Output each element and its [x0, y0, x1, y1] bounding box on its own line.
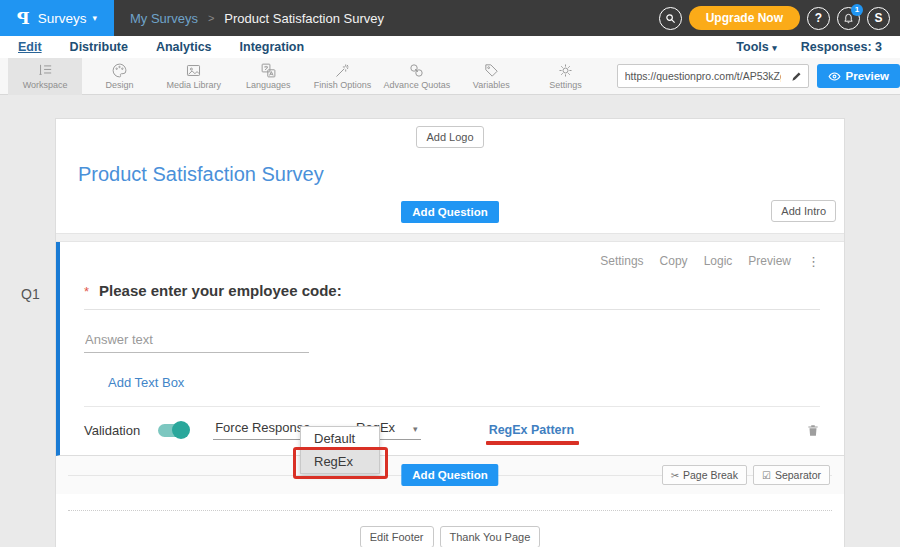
- top-bar: P Surveys ▾ My Surveys > Product Satisfa…: [0, 0, 900, 36]
- page-break-icon: ✂: [671, 470, 679, 481]
- question-text[interactable]: Please enter your employee code:: [99, 282, 342, 299]
- help-icon[interactable]: ?: [807, 7, 830, 30]
- question-settings-link[interactable]: Settings: [600, 254, 643, 268]
- page-break-button[interactable]: ✂ Page Break: [662, 465, 747, 485]
- thank-you-page-button[interactable]: Thank You Page: [440, 526, 541, 547]
- topbar-actions: Upgrade Now ? 1 S: [659, 6, 900, 30]
- surveys-menu[interactable]: Surveys ▾: [38, 11, 97, 26]
- validation-row: Validation Force Response ▾ RegEx ▾ RegE…: [84, 407, 820, 455]
- annotation-red-underline: [486, 441, 579, 445]
- breadcrumb-current-survey: Product Satisfaction Survey: [224, 11, 384, 26]
- tab-distribute[interactable]: Distribute: [70, 40, 128, 54]
- section-divider-strip: [56, 233, 844, 242]
- settings-gear-icon: [557, 62, 574, 79]
- question-text-row: * Please enter your employee code:: [84, 282, 820, 310]
- survey-card: Add Logo Product Satisfaction Survey Add…: [55, 118, 845, 547]
- eye-icon: [828, 70, 841, 83]
- add-question-button-bottom[interactable]: Add Question: [401, 464, 498, 486]
- surveys-menu-label: Surveys: [38, 11, 87, 26]
- advance-quotas-chain-icon: [408, 62, 425, 79]
- question-copy-link[interactable]: Copy: [660, 254, 688, 268]
- edit-footer-button[interactable]: Edit Footer: [360, 526, 434, 547]
- question-number: Q1: [21, 286, 40, 302]
- toolbar-item-variables[interactable]: Variables: [454, 58, 528, 95]
- languages-icon: [260, 62, 277, 79]
- required-asterisk: *: [84, 284, 89, 299]
- survey-header-section: Add Logo Product Satisfaction Survey Add…: [56, 119, 844, 233]
- tools-menu[interactable]: Tools ▾: [736, 40, 776, 54]
- caret-down-icon: ▾: [772, 43, 777, 53]
- caret-down-icon: ▾: [413, 425, 418, 434]
- regex-pattern-link[interactable]: RegEx Pattern: [489, 423, 574, 437]
- validation-type-dropdown: Default RegEx: [300, 426, 380, 474]
- tab-analytics[interactable]: Analytics: [156, 40, 212, 54]
- toolbar-item-finish-options[interactable]: Finish Options: [305, 58, 379, 95]
- dropdown-option-regex[interactable]: RegEx: [301, 450, 379, 473]
- search-icon[interactable]: [659, 7, 682, 30]
- separator-icon: ☑: [762, 470, 771, 481]
- survey-nav: Edit Distribute Analytics Integration To…: [0, 36, 900, 58]
- nav-tabs: Edit Distribute Analytics Integration: [18, 40, 304, 54]
- add-text-box-link[interactable]: Add Text Box: [108, 375, 184, 390]
- responses-link[interactable]: Responses: 3: [801, 40, 882, 54]
- workspace-content: Add Logo Product Satisfaction Survey Add…: [0, 95, 900, 547]
- validation-toggle[interactable]: [158, 424, 188, 437]
- question-block: Q1 Settings Copy Logic Preview ⋮ * Pleas…: [56, 242, 844, 456]
- user-avatar[interactable]: S: [867, 7, 890, 30]
- finish-options-wand-icon: [334, 62, 351, 79]
- validation-label: Validation: [84, 423, 140, 438]
- upgrade-now-button[interactable]: Upgrade Now: [689, 6, 800, 30]
- preview-button[interactable]: Preview: [817, 64, 900, 88]
- nav-right: Tools ▾ Responses: 3: [736, 40, 882, 54]
- toolbar-item-advance-quotas[interactable]: Advance Quotas: [380, 58, 454, 95]
- survey-title[interactable]: Product Satisfaction Survey: [78, 163, 844, 186]
- media-image-icon: [185, 62, 202, 79]
- notifications-bell-icon[interactable]: 1: [837, 7, 860, 30]
- toolbar-item-media-library[interactable]: Media Library: [157, 58, 231, 95]
- notification-count-badge: 1: [851, 4, 863, 16]
- tab-integration[interactable]: Integration: [240, 40, 305, 54]
- toolbar-item-languages[interactable]: Languages: [231, 58, 305, 95]
- delete-question-trash-icon[interactable]: [806, 423, 820, 438]
- breadcrumb: My Surveys > Product Satisfaction Survey: [130, 11, 384, 26]
- variables-tag-icon: [483, 62, 500, 79]
- question-preview-link[interactable]: Preview: [748, 254, 791, 268]
- answer-text-input[interactable]: [84, 332, 309, 353]
- breadcrumb-my-surveys[interactable]: My Surveys: [130, 11, 198, 26]
- question-logic-link[interactable]: Logic: [704, 254, 733, 268]
- add-intro-button[interactable]: Add Intro: [771, 200, 836, 222]
- design-palette-icon: [111, 62, 128, 79]
- caret-down-icon: ▾: [93, 14, 98, 23]
- breadcrumb-separator: >: [208, 12, 214, 24]
- survey-footer-row: Edit Footer Thank You Page: [56, 511, 844, 547]
- more-options-icon[interactable]: ⋮: [807, 254, 820, 269]
- survey-url-input[interactable]: [618, 70, 785, 82]
- product-switcher[interactable]: P Surveys ▾: [0, 0, 114, 36]
- tab-edit[interactable]: Edit: [18, 40, 42, 54]
- add-logo-button[interactable]: Add Logo: [416, 126, 483, 148]
- page-controls-row: Add Question ✂ Page Break ☑ Separator: [56, 456, 844, 494]
- separator-button[interactable]: ☑ Separator: [753, 465, 830, 485]
- toolbar-item-settings[interactable]: Settings: [528, 58, 602, 95]
- dropdown-option-default[interactable]: Default: [301, 427, 379, 450]
- survey-url-box: [617, 64, 809, 88]
- questionpro-logo-icon: P: [17, 8, 30, 28]
- editor-toolbar: Workspace Design Media Library Languages…: [0, 58, 900, 95]
- edit-url-pencil-icon[interactable]: [785, 71, 808, 82]
- toolbar-item-design[interactable]: Design: [82, 58, 156, 95]
- add-question-button-top[interactable]: Add Question: [401, 201, 498, 223]
- question-actions: Settings Copy Logic Preview ⋮: [84, 252, 820, 270]
- workspace-icon: [37, 62, 54, 79]
- toolbar-item-workspace[interactable]: Workspace: [8, 58, 82, 95]
